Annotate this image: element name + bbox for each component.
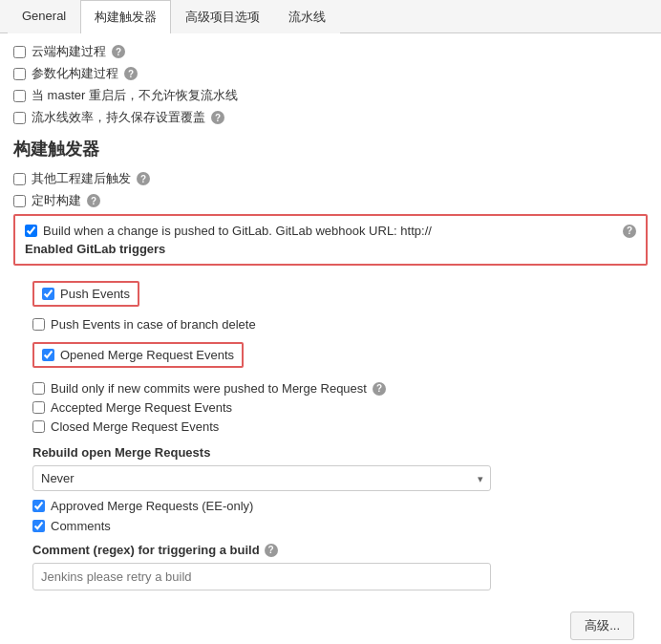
build-when-help-icon[interactable]: ? [623, 225, 636, 238]
comment-regex-input[interactable] [32, 563, 491, 590]
new-commits-row: Build only if new commits were pushed to… [32, 381, 648, 396]
master-checkbox[interactable] [13, 90, 26, 102]
bottom-bar: 高级... [13, 602, 648, 640]
other-help-icon[interactable]: ? [137, 172, 150, 185]
tab-general[interactable]: General [8, 0, 80, 33]
approved-label[interactable]: Approved Merge Requests (EE-only) [51, 499, 253, 513]
cloud-checkbox[interactable] [13, 46, 26, 58]
push-events-highlighted: Push Events [32, 281, 139, 307]
push-branch-delete-label[interactable]: Push Events in case of branch delete [51, 317, 256, 332]
check-row-param: 参数化构建过程 ? [13, 65, 648, 82]
accepted-merge-row: Accepted Merge Request Events [32, 400, 648, 415]
check-row-other: 其他工程建后触发 ? [13, 170, 648, 187]
main-content: 云端构建过程 ? 参数化构建过程 ? 当 master 重启后，不允许恢复流水线… [0, 33, 661, 644]
cloud-help-icon[interactable]: ? [112, 45, 125, 58]
closed-merge-label[interactable]: Closed Merge Request Events [51, 419, 219, 434]
accepted-merge-label[interactable]: Accepted Merge Request Events [51, 400, 232, 415]
comment-regex-label: Comment (regex) for triggering a build ? [32, 543, 648, 557]
throttle-label[interactable]: 流水线效率，持久保存设置覆盖 [32, 109, 205, 126]
closed-merge-row: Closed Merge Request Events [32, 419, 648, 434]
param-checkbox[interactable] [13, 68, 26, 80]
advanced-button[interactable]: 高级... [570, 612, 634, 640]
triggers-section: Push Events Push Events in case of branc… [13, 275, 648, 590]
check-row-master: 当 master 重启后，不允许恢复流水线 [13, 87, 648, 104]
param-help-icon[interactable]: ? [124, 67, 138, 80]
accepted-merge-checkbox[interactable] [32, 401, 45, 414]
tab-advanced-options[interactable]: 高级项目选项 [171, 0, 274, 33]
opened-merge-highlighted: Opened Merge Request Events [32, 342, 244, 368]
throttle-help-icon[interactable]: ? [211, 111, 224, 124]
new-commits-label[interactable]: Build only if new commits were pushed to… [51, 381, 367, 396]
comment-regex-help-icon[interactable]: ? [265, 544, 278, 557]
check-row-timer: 定时构建 ? [13, 192, 648, 209]
tab-build-triggers[interactable]: 构建触发器 [80, 0, 171, 33]
check-row-cloud: 云端构建过程 ? [13, 43, 648, 60]
timer-checkbox[interactable] [13, 195, 26, 207]
tab-pipeline[interactable]: 流水线 [274, 0, 340, 33]
check-row-throttle: 流水线效率，持久保存设置覆盖 ? [13, 109, 648, 126]
new-commits-help-icon[interactable]: ? [373, 382, 386, 396]
timer-help-icon[interactable]: ? [87, 194, 100, 207]
rebuild-section: Rebuild open Merge Requests Never On pus… [32, 445, 648, 491]
throttle-checkbox[interactable] [13, 112, 26, 124]
other-label[interactable]: 其他工程建后触发 [32, 170, 131, 187]
push-branch-delete-checkbox[interactable] [32, 318, 45, 331]
cloud-label[interactable]: 云端构建过程 [32, 43, 106, 60]
build-when-text: Build when a change is pushed to GitLab.… [43, 224, 617, 238]
enabled-triggers-label: Enabled GitLab triggers [25, 242, 636, 256]
new-commits-checkbox[interactable] [32, 382, 45, 395]
comments-check-row: Comments [32, 519, 648, 533]
top-checks-section: 云端构建过程 ? 参数化构建过程 ? 当 master 重启后，不允许恢复流水线… [13, 43, 648, 126]
comments-checkbox[interactable] [32, 520, 45, 532]
approved-checkbox[interactable] [32, 500, 45, 512]
opened-merge-label[interactable]: Opened Merge Request Events [60, 348, 234, 362]
rebuild-select-wrap: Never On push to source branch On push t… [32, 465, 491, 491]
build-when-section: Build when a change is pushed to GitLab.… [13, 214, 648, 266]
other-checkbox[interactable] [13, 173, 26, 185]
build-when-checkbox[interactable] [25, 225, 37, 237]
sub-checks-section: Build only if new commits were pushed to… [32, 381, 648, 434]
tab-bar: General 构建触发器 高级项目选项 流水线 [0, 0, 661, 33]
push-events-checkbox[interactable] [42, 288, 54, 300]
closed-merge-checkbox[interactable] [32, 420, 45, 433]
comments-label[interactable]: Comments [51, 519, 111, 533]
push-branch-delete-row: Push Events in case of branch delete [32, 317, 648, 332]
push-events-label[interactable]: Push Events [60, 287, 130, 301]
rebuild-label: Rebuild open Merge Requests [32, 445, 648, 460]
section-title: 构建触发器 [13, 138, 648, 161]
opened-merge-checkbox[interactable] [42, 349, 54, 361]
rebuild-select[interactable]: Never On push to source branch On push t… [32, 465, 491, 491]
master-label[interactable]: 当 master 重启后，不允许恢复流水线 [32, 87, 238, 104]
comment-regex-label-text: Comment (regex) for triggering a build [32, 543, 260, 557]
param-label[interactable]: 参数化构建过程 [32, 65, 118, 82]
build-when-row: Build when a change is pushed to GitLab.… [25, 224, 636, 238]
approved-check-row: Approved Merge Requests (EE-only) [32, 499, 648, 513]
comment-regex-section: Comment (regex) for triggering a build ? [32, 543, 648, 590]
timer-label[interactable]: 定时构建 [32, 192, 81, 209]
